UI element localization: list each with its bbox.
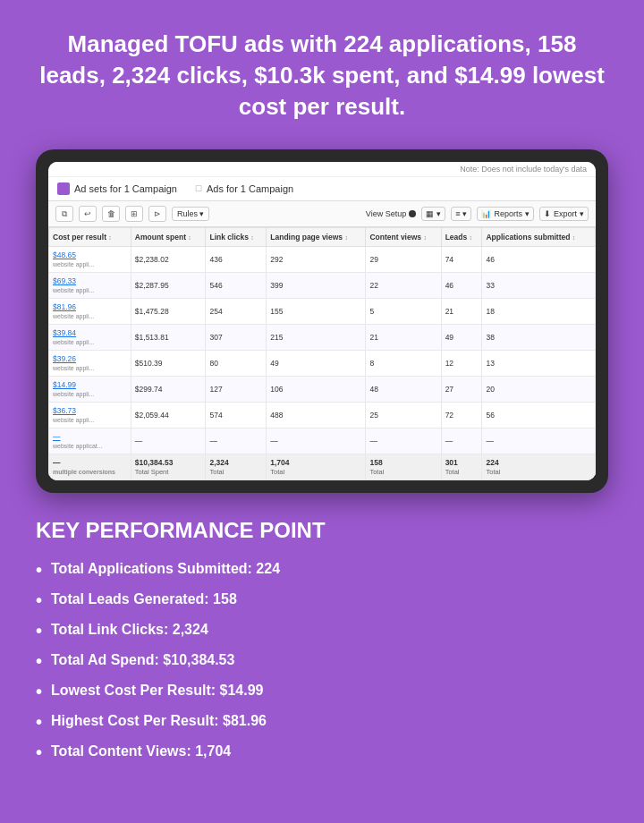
reports-btn[interactable]: 📊 Reports ▾ [477, 207, 534, 221]
cell-cv: 5 [366, 299, 441, 325]
cell-leads: — [441, 428, 482, 454]
export-btn[interactable]: ⬇ Export ▾ [539, 207, 589, 221]
cell-apps: 38 [482, 325, 596, 351]
cell-leads: 27 [441, 377, 482, 403]
cell-lpv: 399 [267, 273, 366, 299]
rules-dropdown[interactable]: Rules ▾ [172, 207, 209, 221]
cell-link-clicks: 2,324Total [206, 454, 267, 480]
cell-spent: $510.39 [131, 351, 206, 377]
data-table-container: Cost per result ↕ Amount spent ↕ Link cl… [48, 227, 596, 480]
ad-sets-icon [57, 182, 70, 195]
cell-apps: 13 [482, 351, 596, 377]
cell-spent: $1,513.81 [131, 325, 206, 351]
cell-cv: 21 [366, 325, 441, 351]
view-setup-label: View Setup [366, 209, 406, 218]
cell-apps: — [482, 428, 596, 454]
cell-cost: $48.65website appli... [49, 247, 131, 273]
table-row: $69.33website appli... $2,287.95 546 399… [49, 273, 596, 299]
cell-cost: $36.73website appli... [49, 403, 131, 428]
cell-link-clicks: — [206, 428, 267, 454]
cell-spent: $2,287.95 [131, 273, 206, 299]
layout-chevron: ▾ [436, 209, 441, 218]
campaign-table: Cost per result ↕ Amount spent ↕ Link cl… [48, 227, 596, 480]
cell-cost: —website applicat... [49, 428, 131, 454]
col-cv[interactable]: Content views ↕ [366, 228, 441, 247]
cell-lpv: 488 [267, 403, 366, 428]
tab-ads-label: Ads for 1 Campaign [207, 183, 293, 194]
cell-apps: 20 [482, 377, 596, 403]
cell-spent: — [131, 428, 206, 454]
cell-apps: 18 [482, 299, 596, 325]
view-setup-dot [409, 210, 416, 217]
view-setup-btn[interactable]: View Setup [366, 209, 416, 218]
cell-spent: $1,475.28 [131, 299, 206, 325]
cell-cv: — [366, 428, 441, 454]
col-lpv[interactable]: Landing page views ↕ [267, 228, 366, 247]
toolbar-delete-btn[interactable]: 🗑 [102, 206, 120, 222]
kpi-item: Total Content Views: 1,704 [36, 742, 608, 763]
tab-bar: Ad sets for 1 Campaign ☐ Ads for 1 Campa… [48, 177, 596, 201]
kpi-item: Total Ad Spend: $10,384.53 [36, 650, 608, 672]
cell-cv: 158Total [366, 454, 441, 480]
cell-apps: 33 [482, 273, 596, 299]
cell-apps: 46 [482, 247, 596, 273]
hero-text: Managed TOFU ads with 224 applications, … [0, 0, 644, 140]
kpi-item: Total Leads Generated: 158 [36, 590, 608, 611]
table-row: —multiple conversions $10,384.53Total Sp… [49, 454, 596, 480]
cell-apps: 224Total [482, 454, 596, 480]
cell-leads: 46 [441, 273, 482, 299]
cell-lpv: 292 [267, 247, 366, 273]
col-apps[interactable]: Applications submitted ↕ [482, 228, 596, 247]
tab-ads[interactable]: ☐ Ads for 1 Campaign [195, 183, 293, 194]
col-leads[interactable]: Leads ↕ [441, 228, 482, 247]
toolbar-copy-btn[interactable]: ⧉ [55, 206, 73, 222]
cell-leads: 21 [441, 299, 482, 325]
kpi-section: KEY PERFORMANCE POINT Total Applications… [0, 493, 644, 799]
table-row: $14.99website appli... $299.74 127 106 4… [49, 377, 596, 403]
layout-icon: ▦ [426, 209, 434, 218]
cell-lpv: 49 [267, 351, 366, 377]
toolbar-undo-btn[interactable]: ↩ [79, 206, 97, 222]
kpi-title: KEY PERFORMANCE POINT [36, 518, 608, 543]
kpi-list: Total Applications Submitted: 224Total L… [36, 559, 608, 763]
cell-link-clicks: 254 [206, 299, 267, 325]
note-bar: Note: Does not include today's data [48, 162, 596, 177]
cell-spent: $2,238.02 [131, 247, 206, 273]
layout-btn[interactable]: ▦ ▾ [421, 207, 445, 221]
cell-link-clicks: 127 [206, 377, 267, 403]
table-row: $48.65website appli... $2,238.02 436 292… [49, 247, 596, 273]
tab-ad-sets[interactable]: Ad sets for 1 Campaign [57, 182, 177, 195]
cell-link-clicks: 574 [206, 403, 267, 428]
toolbar: ⧉ ↩ 🗑 ⊞ ⊳ Rules ▾ View Setup ▦ ▾ ≡ ▾ [48, 201, 596, 227]
kpi-item: Total Link Clicks: 2,324 [36, 620, 608, 641]
cell-link-clicks: 546 [206, 273, 267, 299]
col-spent[interactable]: Amount spent ↕ [131, 228, 206, 247]
cell-cv: 22 [366, 273, 441, 299]
table-row: $81.96website appli... $1,475.28 254 155… [49, 299, 596, 325]
col-link-clicks[interactable]: Link clicks ↕ [206, 228, 267, 247]
col-cost[interactable]: Cost per result ↕ [49, 228, 131, 247]
cell-leads: 49 [441, 325, 482, 351]
toolbar-duplicate-btn[interactable]: ⊞ [125, 206, 143, 222]
cell-cost: $69.33website appli... [49, 273, 131, 299]
checkbox-icon: ☐ [195, 184, 202, 193]
columns-btn[interactable]: ≡ ▾ [451, 207, 471, 221]
cell-link-clicks: 436 [206, 247, 267, 273]
toolbar-tag-btn[interactable]: ⊳ [148, 206, 166, 222]
cell-cv: 8 [366, 351, 441, 377]
export-chevron: ▾ [580, 209, 584, 218]
tab-ad-sets-label: Ad sets for 1 Campaign [74, 183, 177, 194]
rules-chevron: ▾ [199, 209, 204, 218]
kpi-item: Lowest Cost Per Result: $14.99 [36, 681, 608, 702]
cell-spent: $10,384.53Total Spent [131, 454, 206, 480]
cell-spent: $299.74 [131, 377, 206, 403]
reports-chevron: ▾ [525, 209, 530, 218]
cell-link-clicks: 307 [206, 325, 267, 351]
export-label: Export [554, 209, 577, 218]
table-row: —website applicat... — — — — — — [49, 428, 596, 454]
cell-cost: $39.26website appli... [49, 351, 131, 377]
cell-lpv: 155 [267, 299, 366, 325]
columns-icon: ≡ [455, 209, 460, 218]
cell-lpv: 215 [267, 325, 366, 351]
cell-cv: 48 [366, 377, 441, 403]
